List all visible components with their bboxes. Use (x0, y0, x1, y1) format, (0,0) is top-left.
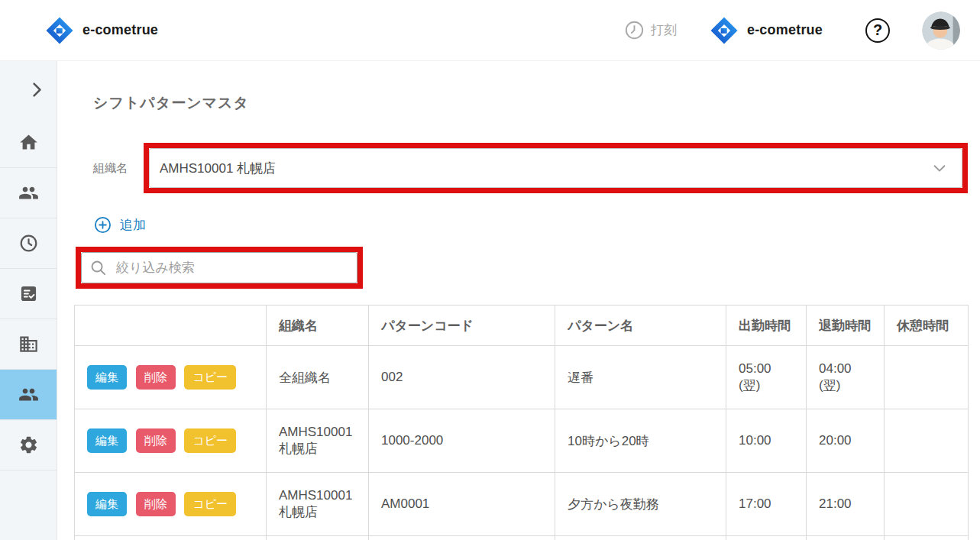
col-start: 出勤時間 (726, 306, 807, 346)
main-content: シフトパターンマスタ 組織名 AMHS10001 札幌店 追加 (57, 61, 980, 540)
plus-circle-icon (94, 216, 112, 234)
delete-button[interactable]: 削除 (136, 428, 176, 453)
sidebar-filler (0, 470, 57, 540)
org-select-value: AMHS10001 札幌店 (160, 160, 276, 177)
edit-button[interactable]: 編集 (87, 365, 127, 390)
cell-start: 05:00 (翌) (726, 346, 807, 409)
sidebar-item-settings[interactable] (0, 420, 57, 470)
col-org: 組織名 (267, 306, 369, 346)
sidebar-item-home[interactable] (0, 118, 57, 168)
punch-clock-button[interactable]: 打刻 (624, 20, 677, 40)
delete-button[interactable]: 削除 (136, 492, 176, 516)
col-name: パターン名 (555, 306, 726, 346)
app-header: e-cometrue 打刻 e-cometrue ? (0, 0, 980, 61)
cell-name: 遅番 (555, 346, 726, 409)
avatar[interactable] (922, 11, 960, 50)
secondary-brand-logo: e-cometrue (709, 15, 823, 46)
cell-org: AMHS10001 札幌店 (267, 473, 369, 536)
people-icon (18, 183, 39, 203)
brand-text: e-cometrue (747, 22, 823, 38)
cell-code: 1000-2000 (369, 409, 555, 473)
add-button-label: 追加 (120, 216, 146, 234)
building-icon (18, 334, 39, 354)
copy-button[interactable]: コピー (184, 365, 236, 390)
copy-button[interactable]: コピー (184, 428, 236, 453)
annotation-box-org-select: AMHS10001 札幌店 (144, 143, 968, 193)
delete-button[interactable]: 削除 (136, 365, 176, 390)
table-row: 編集 削除 コピー AMHS10001 札幌店 1000-2000 10時から2… (75, 409, 969, 473)
chevron-right-icon (27, 79, 47, 100)
cell-org: 全組織名 (267, 346, 369, 409)
row-actions: 編集 削除 コピー (75, 473, 267, 536)
brand-diamond-icon (709, 15, 739, 46)
table-row-partial (75, 536, 969, 540)
edit-button[interactable]: 編集 (87, 492, 127, 516)
table-header-row: 組織名 パターンコード パターン名 出勤時間 退勤時間 休憩時間 (75, 306, 969, 346)
sidebar (0, 61, 57, 540)
col-actions (75, 306, 267, 346)
cell-end: 21:00 (807, 473, 885, 536)
cell-start: 17:00 (726, 473, 807, 536)
gear-icon (18, 435, 39, 455)
help-symbol: ? (873, 21, 882, 39)
sidebar-item-approval[interactable] (0, 269, 57, 319)
help-icon[interactable]: ? (865, 18, 890, 43)
avatar-image (922, 11, 960, 50)
chevron-down-icon (931, 160, 948, 176)
shift-pattern-table: 組織名 パターンコード パターン名 出勤時間 退勤時間 休憩時間 編集 削除 コ… (74, 305, 969, 540)
sidebar-item-members[interactable] (0, 168, 57, 218)
col-break: 休憩時間 (885, 306, 969, 346)
cell-end: 20:00 (807, 409, 885, 473)
col-end: 退勤時間 (807, 306, 885, 346)
sidebar-item-organization[interactable] (0, 319, 57, 370)
add-button[interactable]: 追加 (94, 216, 146, 234)
home-icon (18, 132, 39, 153)
table-row: 編集 削除 コピー AMHS10001 札幌店 AM0001 夕方から夜勤務 1… (75, 473, 969, 536)
brand-logo[interactable]: e-cometrue (44, 15, 158, 46)
copy-button[interactable]: コピー (184, 492, 236, 516)
sidebar-item-attendance[interactable] (0, 218, 57, 269)
brand-text: e-cometrue (82, 22, 158, 38)
punch-label: 打刻 (651, 21, 677, 39)
clock-icon (18, 233, 39, 254)
cell-break (885, 473, 969, 536)
brand-diamond-icon (44, 15, 75, 46)
org-name-label: 組織名 (93, 161, 144, 176)
checklist-icon (18, 283, 39, 304)
clock-icon (624, 20, 645, 40)
cell-break (885, 409, 969, 473)
annotation-box-search (76, 247, 363, 289)
cell-org: AMHS10001 札幌店 (267, 409, 369, 473)
page-title: シフトパターンマスタ (93, 93, 968, 113)
cell-name: 10時から20時 (555, 409, 726, 473)
people-icon (18, 384, 39, 405)
cell-start: 10:00 (726, 409, 807, 473)
cell-end: 04:00 (翌) (807, 346, 885, 409)
cell-name: 夕方から夜勤務 (555, 473, 726, 536)
row-actions: 編集 削除 コピー (75, 409, 267, 473)
sidebar-item-staff-active[interactable] (0, 370, 57, 420)
cell-code: AM0001 (369, 473, 555, 536)
cell-break (885, 346, 969, 409)
sidebar-expand-button[interactable] (0, 61, 57, 118)
search-input[interactable] (81, 252, 357, 283)
org-select-dropdown[interactable]: AMHS10001 札幌店 (149, 148, 962, 188)
edit-button[interactable]: 編集 (87, 428, 127, 453)
col-code: パターンコード (369, 306, 555, 346)
cell-code: 002 (369, 346, 555, 409)
table-row: 編集 削除 コピー 全組織名 002 遅番 05:00 (翌) 04:00 (翌… (75, 346, 969, 409)
row-actions: 編集 削除 コピー (75, 346, 267, 409)
